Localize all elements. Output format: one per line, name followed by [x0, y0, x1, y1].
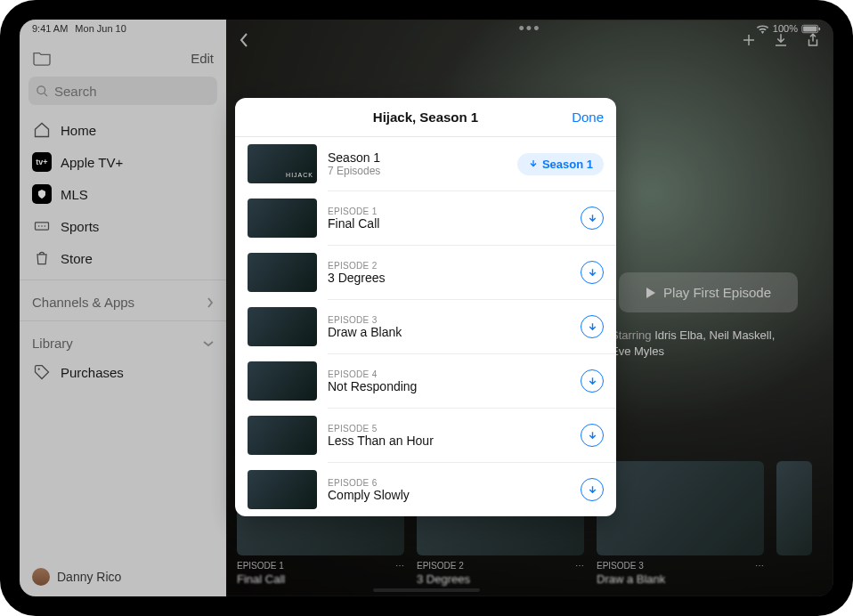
home-indicator[interactable] [373, 588, 480, 592]
download-episode-button[interactable] [581, 478, 604, 501]
episode-label: EPISODE 4 [328, 369, 570, 379]
download-icon [528, 158, 539, 169]
download-episode-button[interactable] [581, 315, 604, 338]
download-episode-button[interactable] [581, 261, 604, 284]
download-popover: Hijack, Season 1 Done Season 1 7 Episode… [235, 98, 616, 516]
episode-thumb [248, 307, 317, 346]
episode-thumb [248, 470, 317, 509]
episode-title: Final Call [328, 216, 570, 231]
episode-row[interactable]: EPISODE 3Draw a Blank [235, 300, 616, 353]
episode-label: EPISODE 3 [328, 315, 570, 325]
download-episode-button[interactable] [581, 207, 604, 230]
download-episode-button[interactable] [581, 369, 604, 393]
download-episode-button[interactable] [581, 424, 604, 447]
episode-title: Draw a Blank [328, 325, 570, 339]
download-season-button[interactable]: Season 1 [517, 153, 604, 175]
episode-title: Less Than an Hour [328, 434, 570, 448]
episode-label: EPISODE 5 [328, 424, 570, 434]
episode-thumb [248, 361, 317, 401]
episode-thumb [248, 253, 317, 292]
episode-row[interactable]: EPISODE 4Not Responding [235, 354, 616, 408]
episode-label: EPISODE 1 [328, 207, 570, 216]
episode-label: EPISODE 6 [328, 478, 570, 488]
episode-title: Not Responding [328, 379, 570, 393]
episode-thumb [248, 199, 317, 238]
episode-row[interactable]: EPISODE 23 Degrees [235, 246, 616, 299]
episode-row[interactable]: EPISODE 6Comply Slowly [235, 463, 616, 516]
season-row: Season 1 7 Episodes Season 1 [235, 137, 616, 190]
done-button[interactable]: Done [572, 109, 604, 125]
season-thumb [248, 144, 317, 183]
episode-label: EPISODE 2 [328, 261, 570, 271]
popover-title: Hijack, Season 1 [373, 109, 478, 125]
episode-row[interactable]: EPISODE 5Less Than an Hour [235, 409, 616, 462]
episode-title: 3 Degrees [328, 271, 570, 285]
episode-thumb [248, 416, 317, 455]
episode-title: Comply Slowly [328, 488, 570, 502]
episode-row[interactable]: EPISODE 1Final Call [235, 191, 616, 245]
season-title: Season 1 [328, 150, 507, 165]
season-sub: 7 Episodes [328, 165, 507, 177]
